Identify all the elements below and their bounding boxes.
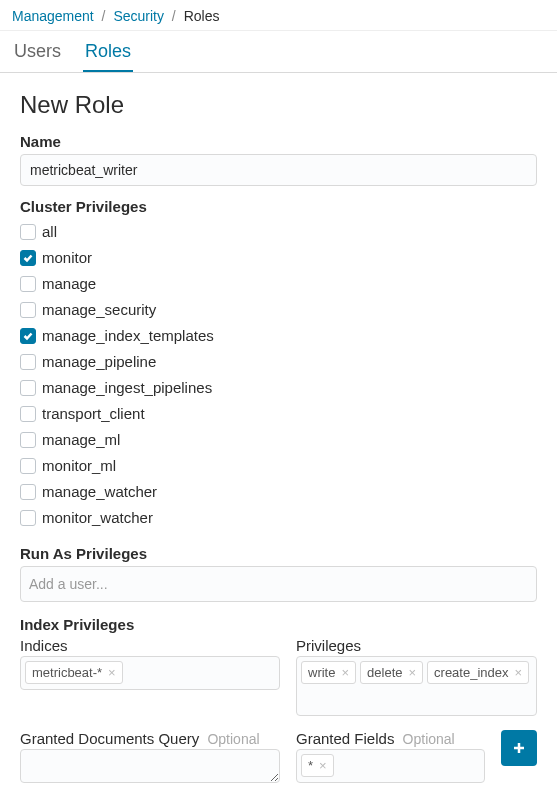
breadcrumb: Management / Security / Roles bbox=[0, 0, 557, 31]
name-label: Name bbox=[20, 133, 537, 150]
chk-row-manage_ml: manage_ml bbox=[20, 427, 537, 453]
chk-row-monitor: monitor bbox=[20, 245, 537, 271]
chk-row-transport_client: transport_client bbox=[20, 401, 537, 427]
tabs: Users Roles bbox=[0, 31, 557, 73]
checkbox-label-transport_client: transport_client bbox=[42, 403, 145, 425]
chk-row-manage_security: manage_security bbox=[20, 297, 537, 323]
checkbox-manage_watcher[interactable] bbox=[20, 484, 36, 500]
breadcrumb-management[interactable]: Management bbox=[12, 8, 94, 24]
granted-docs-input[interactable] bbox=[20, 749, 280, 783]
cluster-priv-label: Cluster Privileges bbox=[20, 198, 537, 215]
chk-row-manage_index_templates: manage_index_templates bbox=[20, 323, 537, 349]
breadcrumb-roles: Roles bbox=[184, 8, 220, 24]
checkbox-manage_index_templates[interactable] bbox=[20, 328, 36, 344]
remove-icon[interactable]: × bbox=[108, 665, 116, 680]
granted-fields-label: Granted Fields Optional bbox=[296, 730, 485, 747]
tag-label: write bbox=[308, 665, 335, 680]
tag[interactable]: delete× bbox=[360, 661, 423, 684]
tag[interactable]: metricbeat-*× bbox=[25, 661, 123, 684]
privileges-label: Privileges bbox=[296, 637, 537, 654]
checkbox-label-manage_index_templates: manage_index_templates bbox=[42, 325, 214, 347]
chk-row-manage_watcher: manage_watcher bbox=[20, 479, 537, 505]
chk-row-monitor_ml: monitor_ml bbox=[20, 453, 537, 479]
indices-label: Indices bbox=[20, 637, 280, 654]
checkbox-monitor[interactable] bbox=[20, 250, 36, 266]
tag-label: create_index bbox=[434, 665, 508, 680]
run-as-label: Run As Privileges bbox=[20, 545, 537, 562]
checkbox-monitor_watcher[interactable] bbox=[20, 510, 36, 526]
tag-label: delete bbox=[367, 665, 402, 680]
remove-icon[interactable]: × bbox=[408, 665, 416, 680]
remove-icon[interactable]: × bbox=[341, 665, 349, 680]
checkbox-label-monitor: monitor bbox=[42, 247, 92, 269]
checkbox-manage_security[interactable] bbox=[20, 302, 36, 318]
chk-row-all: all bbox=[20, 219, 537, 245]
breadcrumb-sep: / bbox=[172, 8, 176, 24]
breadcrumb-security[interactable]: Security bbox=[113, 8, 164, 24]
checkbox-manage_ingest_pipelines[interactable] bbox=[20, 380, 36, 396]
checkbox-transport_client[interactable] bbox=[20, 406, 36, 422]
index-priv-label: Index Privileges bbox=[20, 616, 537, 633]
run-as-input[interactable]: Add a user... bbox=[20, 566, 537, 602]
granted-docs-label: Granted Documents Query Optional bbox=[20, 730, 280, 747]
checkbox-label-monitor_watcher: monitor_watcher bbox=[42, 507, 153, 529]
chk-row-monitor_watcher: monitor_watcher bbox=[20, 505, 537, 531]
checkbox-manage_pipeline[interactable] bbox=[20, 354, 36, 370]
plus-icon bbox=[511, 740, 527, 756]
checkbox-all[interactable] bbox=[20, 224, 36, 240]
checkbox-label-manage_watcher: manage_watcher bbox=[42, 481, 157, 503]
checkbox-label-all: all bbox=[42, 221, 57, 243]
checkbox-label-manage_security: manage_security bbox=[42, 299, 156, 321]
checkbox-label-manage_ingest_pipelines: manage_ingest_pipelines bbox=[42, 377, 212, 399]
tag-label: metricbeat-* bbox=[32, 665, 102, 680]
cluster-priv-list: allmonitormanagemanage_securitymanage_in… bbox=[20, 219, 537, 531]
chk-row-manage_pipeline: manage_pipeline bbox=[20, 349, 537, 375]
privileges-input[interactable]: write×delete×create_index× bbox=[296, 656, 537, 716]
tag[interactable]: create_index× bbox=[427, 661, 529, 684]
chk-row-manage_ingest_pipelines: manage_ingest_pipelines bbox=[20, 375, 537, 401]
tab-roles[interactable]: Roles bbox=[83, 35, 133, 72]
tag[interactable]: *× bbox=[301, 754, 334, 777]
remove-icon[interactable]: × bbox=[515, 665, 523, 680]
checkbox-label-monitor_ml: monitor_ml bbox=[42, 455, 116, 477]
checkbox-manage[interactable] bbox=[20, 276, 36, 292]
checkbox-label-manage: manage bbox=[42, 273, 96, 295]
checkbox-label-manage_ml: manage_ml bbox=[42, 429, 120, 451]
checkbox-label-manage_pipeline: manage_pipeline bbox=[42, 351, 156, 373]
checkbox-monitor_ml[interactable] bbox=[20, 458, 36, 474]
breadcrumb-sep: / bbox=[102, 8, 106, 24]
chk-row-manage: manage bbox=[20, 271, 537, 297]
run-as-placeholder: Add a user... bbox=[29, 576, 108, 592]
tag-label: * bbox=[308, 758, 313, 773]
indices-input[interactable]: metricbeat-*× bbox=[20, 656, 280, 690]
page-title: New Role bbox=[20, 91, 537, 119]
checkbox-manage_ml[interactable] bbox=[20, 432, 36, 448]
name-input[interactable] bbox=[20, 154, 537, 186]
granted-fields-input[interactable]: *× bbox=[296, 749, 485, 783]
remove-icon[interactable]: × bbox=[319, 758, 327, 773]
tab-users[interactable]: Users bbox=[12, 35, 63, 70]
add-index-priv-button[interactable] bbox=[501, 730, 537, 766]
tag[interactable]: write× bbox=[301, 661, 356, 684]
